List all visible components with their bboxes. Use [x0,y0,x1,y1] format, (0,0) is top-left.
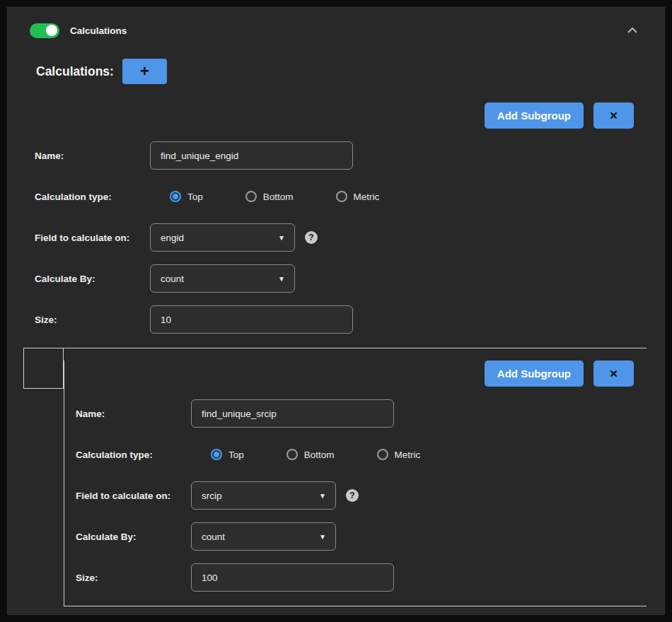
radio-metric-label-1: Metric [354,192,380,202]
calculations-section-header: Calculations: + [36,59,647,84]
subgroup-section: Add Subgroup ✕ Name: Calculation type: T… [23,348,647,606]
remove-group-button-2[interactable]: ✕ [593,360,634,387]
radio-metric-circle-2 [377,449,388,460]
calc-by-select-1[interactable]: count ▼ [150,264,295,293]
radio-top-circle-2 [211,449,222,460]
calculation-group-2: Add Subgroup ✕ Name: Calculation type: T… [64,360,647,606]
size-row-1: Size: [35,305,647,334]
remove-group-button-1[interactable]: ✕ [593,102,634,129]
field-select-value-2: srcip [202,491,222,501]
group-2-actions: Add Subgroup ✕ [76,360,634,387]
help-icon-1[interactable]: ? [305,231,318,244]
calc-type-label-2: Calculation type: [76,450,191,460]
size-input-2[interactable] [191,563,394,592]
radio-top-label-1: Top [187,192,203,202]
name-row-2: Name: [76,399,634,428]
name-label-2: Name: [76,409,191,419]
radio-bottom-label-2: Bottom [304,450,335,460]
dropdown-arrow-icon: ▼ [319,533,326,541]
name-input-1[interactable] [150,141,353,170]
calc-by-select-2[interactable]: count ▼ [191,522,336,551]
add-subgroup-button-1[interactable]: Add Subgroup [485,102,584,129]
collapse-chevron-icon[interactable] [627,27,638,34]
name-row-1: Name: [35,141,647,170]
name-input-2[interactable] [191,399,394,428]
field-select-1[interactable]: engid ▼ [150,223,295,252]
radio-top-label-2: Top [228,450,244,460]
add-subgroup-button-2[interactable]: Add Subgroup [485,360,584,387]
calculation-group-1: Add Subgroup ✕ Name: Calculation type: T… [35,102,647,334]
size-row-2: Size: [76,563,634,592]
radio-metric-2[interactable]: Metric [377,449,421,460]
size-label-1: Size: [35,315,150,325]
radio-bottom-circle-2 [286,449,298,460]
radio-metric-1[interactable]: Metric [336,191,380,202]
radio-bottom-circle-1 [245,191,257,202]
calc-by-select-value-1: count [161,274,184,284]
add-calculation-button[interactable]: + [122,59,167,84]
calc-by-label-2: Calculate By: [76,532,191,542]
calc-by-select-value-2: count [202,532,225,542]
calc-type-label-1: Calculation type: [35,192,150,202]
dropdown-arrow-icon: ▼ [278,275,285,283]
field-row-1: Field to calculate on: engid ▼ ? [35,223,647,252]
calc-type-radio-group-1: Top Bottom Metric [150,191,379,202]
help-icon-2[interactable]: ? [346,489,359,502]
size-label-2: Size: [76,573,191,583]
size-input-1[interactable] [150,305,353,334]
radio-top-circle-1 [170,191,181,202]
toggle-knob [46,25,57,36]
field-row-2: Field to calculate on: srcip ▼ ? [76,481,634,510]
calc-type-row-1: Calculation type: Top Bottom Metric [35,182,647,211]
dropdown-arrow-icon: ▼ [278,234,285,242]
panel-header: Calculations [23,23,647,38]
radio-top-2[interactable]: Top [211,449,244,460]
dropdown-arrow-icon: ▼ [319,492,326,500]
radio-bottom-2[interactable]: Bottom [286,449,335,460]
subgroup-connector [23,348,64,389]
radio-bottom-label-1: Bottom [263,192,294,202]
radio-metric-circle-1 [336,191,347,202]
radio-top-1[interactable]: Top [170,191,203,202]
name-label-1: Name: [35,151,150,161]
field-label-2: Field to calculate on: [76,491,191,501]
calc-type-radio-group-2: Top Bottom Metric [191,449,420,460]
section-title: Calculations: [36,64,114,79]
calculations-toggle[interactable] [30,23,59,38]
calculations-panel: Calculations Calculations: + Add Subgrou… [7,7,665,615]
group-1-actions: Add Subgroup ✕ [35,102,634,129]
radio-metric-label-2: Metric [395,450,421,460]
field-select-value-1: engid [161,233,184,243]
calc-by-row-2: Calculate By: count ▼ [76,522,634,551]
calc-type-row-2: Calculation type: Top Bottom Metric [76,440,634,469]
field-select-2[interactable]: srcip ▼ [191,481,336,510]
field-label-1: Field to calculate on: [35,233,150,243]
radio-bottom-1[interactable]: Bottom [245,191,294,202]
calc-by-label-1: Calculate By: [35,274,150,284]
calc-by-row-1: Calculate By: count ▼ [35,264,647,293]
toggle-label: Calculations [70,25,127,36]
